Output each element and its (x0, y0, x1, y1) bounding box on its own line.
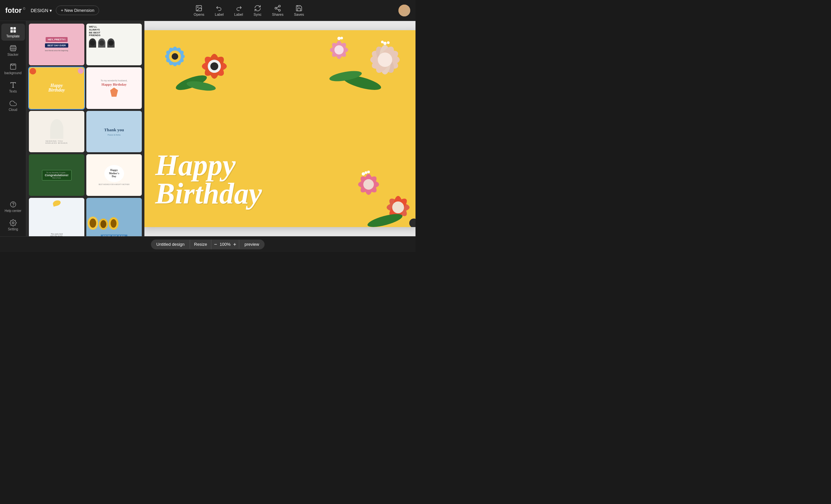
preview-button[interactable]: preview (239, 240, 264, 249)
image-icon (195, 5, 202, 12)
canvas-area: Happy Birthday (144, 21, 416, 236)
background-icon (9, 63, 17, 70)
svg-point-54 (337, 37, 341, 40)
topbar: fotor© DESIGN ▾ + New Dimension Opens La… (0, 0, 416, 21)
svg-point-55 (340, 37, 343, 39)
help-label: Help center (5, 209, 21, 213)
svg-point-1 (198, 6, 199, 7)
svg-point-3 (275, 7, 277, 9)
sidebar-item-setting[interactable]: Setting (1, 216, 25, 234)
svg-rect-5 (10, 27, 12, 30)
design-name: Untitled design (151, 240, 190, 249)
zoom-minus-button[interactable]: − (214, 241, 217, 247)
redo-icon (235, 5, 242, 12)
setting-icon (9, 219, 17, 227)
canvas-wrapper: Happy Birthday (144, 30, 416, 227)
canvas-birthday-text: Happy Birthday (155, 151, 405, 207)
sidebar-item-cloud[interactable]: Cloud (1, 97, 25, 114)
template-thumb-best-friends[interactable]: WE'LLalwaysBE BESTFRIENDS (86, 24, 142, 65)
stacker-icon (9, 45, 17, 52)
sidebar-item-stacker[interactable]: Stacker (1, 42, 25, 59)
texts-label: Texts (9, 90, 17, 93)
sidebar-item-texts[interactable]: Texts (1, 79, 25, 96)
template-thumb-congratulations[interactable]: To my favorite Couple... Congratulations… (29, 154, 84, 196)
template-grid: HEY, PRETTY! BEST DAY EVER best friends … (29, 24, 142, 236)
fotor-logo: fotor© (5, 6, 25, 15)
svg-rect-7 (10, 30, 12, 32)
cloud-icon (9, 100, 17, 107)
birthday-canvas: Happy Birthday (144, 30, 416, 227)
svg-point-14 (10, 202, 16, 207)
avatar[interactable] (398, 5, 410, 17)
undo-icon (216, 5, 223, 12)
template-thumb-happy-birthday[interactable]: HappyBirthday (29, 67, 84, 109)
sync-icon (254, 5, 261, 12)
redo-action[interactable]: Label (234, 5, 243, 17)
main-area: Template Stacker background Texts Cloud … (0, 21, 416, 236)
sync-action[interactable]: Sync (253, 5, 261, 17)
stacker-label: Stacker (7, 53, 19, 56)
svg-point-36 (210, 62, 218, 70)
sidebar-item-help[interactable]: Help center (1, 198, 25, 215)
resize-button[interactable]: Resize (190, 240, 211, 249)
template-thumb-endless-wishes[interactable]: SENDING YOUENDLESS WISHES (29, 111, 84, 153)
sidebar-icons: Template Stacker background Texts Cloud … (0, 21, 26, 236)
logo-sup: © (23, 7, 25, 10)
svg-point-48 (381, 41, 384, 43)
svg-rect-8 (13, 30, 16, 32)
svg-point-30 (172, 53, 178, 60)
zoom-controls: − 100% + (211, 240, 239, 249)
sidebar-item-template[interactable]: Template (1, 24, 25, 41)
new-dimension-button[interactable]: + New Dimension (56, 6, 99, 15)
flower-top-right (313, 30, 416, 96)
template-thumb-hubby-birthday[interactable]: To my wonderful husband, Happy Birthday (86, 67, 142, 109)
zoom-plus-button[interactable]: + (233, 241, 236, 247)
saves-action[interactable]: Saves (294, 5, 304, 17)
template-icon (9, 26, 17, 33)
save-icon (295, 5, 303, 12)
topbar-right (398, 5, 410, 17)
svg-point-4 (279, 9, 281, 11)
svg-point-71 (409, 218, 416, 227)
svg-point-45 (378, 53, 392, 67)
flower-top-left (144, 30, 234, 96)
topbar-actions: Opens Label Label Sync Shares Saves (99, 5, 398, 17)
template-thumb-mothers-day[interactable]: HappyMother'sDay BEST WISHES FOR A MIGHT… (86, 154, 142, 196)
cloud-label: Cloud (8, 108, 17, 112)
background-label: background (4, 71, 21, 75)
share-icon (274, 5, 281, 12)
sidebar-item-background[interactable]: background (1, 60, 25, 78)
design-button[interactable]: DESIGN ▾ (31, 8, 52, 13)
template-thumb-bird[interactable]: The early birdgets the worm, (29, 198, 84, 236)
template-label: Template (6, 34, 20, 38)
undo-action[interactable]: Label (215, 5, 224, 17)
svg-rect-10 (10, 46, 16, 47)
svg-point-2 (279, 5, 281, 7)
avatar-image (398, 5, 410, 17)
svg-rect-6 (13, 27, 16, 30)
svg-rect-12 (10, 50, 16, 51)
setting-label: Setting (8, 228, 18, 231)
svg-point-15 (13, 206, 13, 206)
svg-point-53 (335, 45, 344, 55)
logo-text: fotor (5, 6, 22, 15)
svg-point-46 (383, 42, 386, 45)
template-panel: HEY, PRETTY! BEST DAY EVER best friends … (26, 21, 144, 236)
svg-point-16 (12, 222, 14, 224)
zoom-percent: 100% (220, 242, 230, 247)
template-thumb-hey-pretty[interactable]: HEY, PRETTY! BEST DAY EVER best friends … (29, 24, 84, 65)
shares-action[interactable]: Shares (272, 5, 284, 17)
template-thumb-sunflower[interactable]: SEIZE THE DAY! (86, 198, 142, 236)
template-thumb-thank-you[interactable]: Thank you Peace & Aloha (86, 111, 142, 153)
opens-action[interactable]: Opens (194, 5, 204, 17)
help-icon (9, 201, 17, 208)
texts-icon (9, 81, 17, 89)
svg-rect-11 (10, 48, 16, 50)
bottombar: Untitled design Resize − 100% + preview (0, 236, 416, 252)
svg-point-47 (387, 41, 390, 44)
